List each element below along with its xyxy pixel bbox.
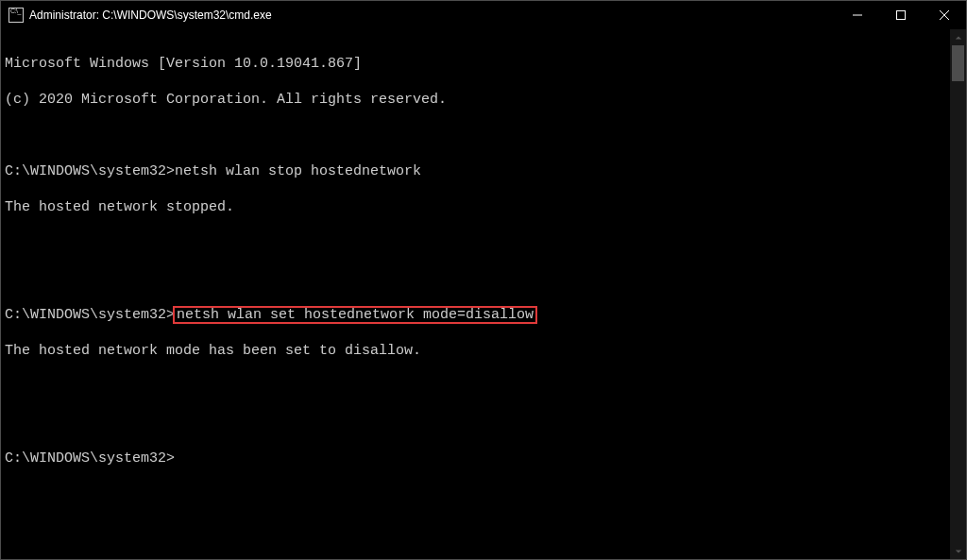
highlighted-command: netsh wlan set hostednetwork mode=disall…	[173, 306, 537, 324]
minimize-icon	[853, 10, 862, 20]
current-prompt: C:\WINDOWS\system32>	[5, 450, 950, 467]
titlebar[interactable]: Administrator: C:\WINDOWS\system32\cmd.e…	[1, 1, 966, 29]
scroll-down-button[interactable]	[950, 543, 966, 559]
window-title: Administrator: C:\WINDOWS\system32\cmd.e…	[29, 8, 272, 22]
maximize-button[interactable]	[879, 1, 923, 29]
cmd-icon	[8, 8, 24, 23]
blank-line	[5, 270, 950, 288]
window-controls	[836, 1, 966, 29]
blank-line	[5, 127, 950, 144]
vertical-scrollbar[interactable]	[950, 29, 966, 559]
command-line-2: C:\WINDOWS\system32>netsh wlan set hoste…	[5, 306, 950, 324]
client-area: Microsoft Windows [Version 10.0.19041.86…	[1, 29, 966, 559]
close-icon	[940, 10, 949, 20]
copyright-line: (c) 2020 Microsoft Corporation. All righ…	[5, 91, 950, 109]
output-line-2: The hosted network mode has been set to …	[5, 342, 950, 360]
version-line: Microsoft Windows [Version 10.0.19041.86…	[5, 55, 950, 73]
svg-rect-0	[897, 11, 906, 20]
minimize-button[interactable]	[836, 1, 879, 29]
chevron-up-icon	[955, 34, 962, 42]
scroll-thumb[interactable]	[952, 45, 964, 81]
blank-line	[5, 414, 950, 432]
cmd-window: Administrator: C:\WINDOWS\system32\cmd.e…	[0, 0, 967, 560]
output-line-1: The hosted network stopped.	[5, 198, 950, 216]
terminal-output[interactable]: Microsoft Windows [Version 10.0.19041.86…	[1, 29, 950, 559]
scroll-up-button[interactable]	[950, 29, 966, 45]
command-text: netsh wlan stop hostednetwork	[175, 163, 421, 179]
prompt-text: C:\WINDOWS\system32>	[5, 163, 175, 179]
prompt-text: C:\WINDOWS\system32>	[5, 307, 175, 323]
maximize-icon	[896, 10, 906, 20]
scroll-track[interactable]	[950, 45, 966, 543]
command-line-1: C:\WINDOWS\system32>netsh wlan stop host…	[5, 162, 950, 180]
blank-line	[5, 378, 950, 396]
chevron-down-icon	[955, 548, 962, 555]
blank-line	[5, 234, 950, 252]
close-button[interactable]	[923, 1, 966, 29]
